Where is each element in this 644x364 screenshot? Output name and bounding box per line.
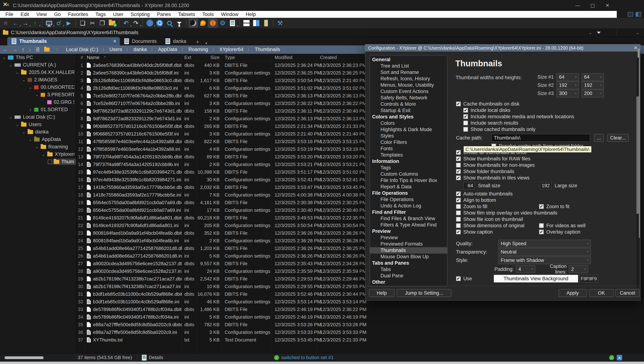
- toolbar-button[interactable]: [44, 18, 54, 28]
- toolbar-button[interactable]: [98, 18, 107, 28]
- nav-item[interactable]: Report & Data: [370, 184, 447, 190]
- toolbar-button[interactable]: [275, 18, 285, 28]
- crumb-menu-icon[interactable]: ☰: [36, 47, 40, 52]
- toolbar-button[interactable]: [64, 18, 73, 28]
- panel-toggle-icon[interactable]: [628, 12, 633, 17]
- nav-item[interactable]: Templates: [370, 152, 447, 158]
- scrollbar-thumb[interactable]: [636, 96, 639, 214]
- nav-item[interactable]: Safety Belts, Network: [370, 95, 447, 101]
- help-button[interactable]: Help: [369, 289, 394, 297]
- toolbar-button[interactable]: [121, 18, 131, 28]
- pane2-dropdown-icon[interactable]: ⌄: [636, 30, 639, 35]
- checkbox[interactable]: [456, 192, 461, 196]
- expander-icon[interactable]: [8, 63, 14, 68]
- expander-icon[interactable]: [14, 70, 20, 75]
- thumbnails-view-background-button[interactable]: Thumbnails View Background: [494, 275, 578, 282]
- nav-item[interactable]: Dual Pane: [370, 273, 447, 279]
- toolbar-button[interactable]: [131, 18, 140, 28]
- toolbar-button[interactable]: [42, 20, 42, 27]
- toolbar-button[interactable]: [273, 20, 273, 27]
- nav-item[interactable]: Startup & Exit: [370, 107, 447, 114]
- size-height-select[interactable]: 200: [582, 90, 604, 97]
- size-width-select[interactable]: 300: [557, 90, 579, 97]
- padding-select[interactable]: 4: [516, 265, 535, 273]
- menu-item[interactable]: Tabsets: [174, 11, 199, 18]
- nav-item[interactable]: File Operations: [370, 196, 447, 203]
- checkbox[interactable]: [456, 156, 461, 161]
- breadcrumb-segment[interactable]: AppData: [148, 47, 178, 52]
- nav-item[interactable]: Undo & Action Log: [370, 203, 447, 209]
- menu-item[interactable]: Window: [218, 11, 242, 18]
- breadcrumb-segment[interactable]: Thumbnails: [244, 47, 281, 52]
- nav-item[interactable]: Custom Event Actions: [370, 88, 447, 95]
- jump-to-setting-button[interactable]: Jump to Setting...: [397, 289, 451, 297]
- nav-item[interactable]: Refresh, Icons, History: [370, 76, 447, 82]
- tab[interactable]: danka: [161, 37, 191, 46]
- table-row[interactable]: 35 e88a7a27fffe500e8d5fc8d5ba0202c9.dbit…: [76, 321, 644, 328]
- menu-item[interactable]: Go: [50, 11, 64, 18]
- checkbox[interactable]: [456, 169, 461, 174]
- table-row[interactable]: 37 XYThumbs.txt txt 5 KB Text Document 1…: [76, 336, 644, 344]
- expander-icon[interactable]: [40, 152, 46, 157]
- hscroll-thumb[interactable]: [4, 356, 44, 359]
- table-row[interactable]: 33 de5789b86f9c049340f14788b2cf034a.dbit…: [76, 306, 644, 313]
- checkbox[interactable]: [456, 198, 461, 202]
- style-select[interactable]: Frame with Shadow: [498, 256, 591, 264]
- address-dropdown-icon[interactable]: ⌄: [589, 30, 592, 35]
- ok-button[interactable]: OK: [589, 289, 614, 297]
- expander-icon[interactable]: [27, 85, 34, 90]
- clear-button[interactable]: Clear...: [607, 134, 628, 142]
- checkbox[interactable]: [539, 204, 544, 209]
- toolbar-button[interactable]: [208, 18, 218, 28]
- dialog-title-bar[interactable]: Configuration - XYplorer @ C:\Users\dank…: [365, 44, 640, 52]
- caption-lines-select[interactable]: 2: [569, 265, 588, 273]
- crumb-back-icon[interactable]: ←: [3, 47, 8, 52]
- toolbar-button[interactable]: [174, 18, 184, 28]
- tree-item[interactable]: 3.PRESORT: [0, 91, 76, 98]
- tree-item[interactable]: AppData: [0, 136, 76, 143]
- checkbox[interactable]: [456, 204, 461, 209]
- nav-item[interactable]: File Info Tips & Hover Box: [370, 177, 447, 184]
- tree-item[interactable]: Thumbnails: [0, 158, 76, 166]
- nav-item[interactable]: Highlights & Dark Mode: [370, 126, 447, 133]
- expander-icon[interactable]: [34, 92, 40, 97]
- background-color-value[interactable]: F9F9F9: [580, 275, 598, 282]
- status-ok-icon[interactable]: ✓: [609, 355, 614, 360]
- toolbar-button[interactable]: [88, 18, 97, 28]
- expander-icon[interactable]: [8, 115, 14, 120]
- menu-item[interactable]: Edit: [17, 11, 33, 18]
- column-header-created[interactable]: Created: [317, 55, 362, 60]
- tab[interactable]: Documents: [120, 37, 161, 46]
- tree-item[interactable]: Users: [0, 121, 76, 128]
- toolbar-button[interactable]: [11, 18, 20, 28]
- toolbar-button[interactable]: [75, 20, 76, 27]
- transparency-select[interactable]: Neutral: [498, 248, 591, 256]
- menu-item[interactable]: Help: [242, 11, 260, 18]
- toolbar-button[interactable]: [188, 18, 198, 28]
- checkbox[interactable]: [456, 176, 461, 180]
- tree-item[interactable]: CURRENT (A:): [0, 61, 76, 69]
- new-tab-button[interactable]: +: [196, 39, 199, 46]
- expander-icon[interactable]: [47, 160, 53, 164]
- expander-icon[interactable]: [21, 78, 27, 82]
- checkbox[interactable]: [539, 230, 544, 234]
- dialog-scrollbar[interactable]: [636, 58, 639, 288]
- toolbar-button[interactable]: [20, 18, 30, 28]
- column-header-size[interactable]: Size: [197, 55, 222, 60]
- toolbar-button[interactable]: [242, 18, 251, 28]
- expander-icon[interactable]: [1, 55, 7, 60]
- table-row[interactable]: 34 de5789b86f9c049340f14788b2cf034a.ini …: [76, 313, 644, 321]
- toolbar-button[interactable]: [165, 18, 174, 28]
- size-width-select[interactable]: 192: [557, 82, 579, 89]
- checkbox[interactable]: [456, 230, 461, 234]
- breadcrumb-segment[interactable]: Users: [99, 47, 123, 52]
- tab-list-icon[interactable]: ▾: [206, 41, 207, 46]
- crumb-up-icon[interactable]: ↑: [22, 47, 24, 52]
- toolbar-button[interactable]: [252, 18, 261, 28]
- toolbar-button[interactable]: [142, 20, 143, 27]
- expander-icon[interactable]: [14, 122, 20, 127]
- size-height-select[interactable]: 64: [582, 74, 604, 81]
- toolbar-button[interactable]: [1, 18, 10, 28]
- nav-item[interactable]: Styles: [370, 133, 447, 139]
- checkbox[interactable]: [456, 276, 461, 281]
